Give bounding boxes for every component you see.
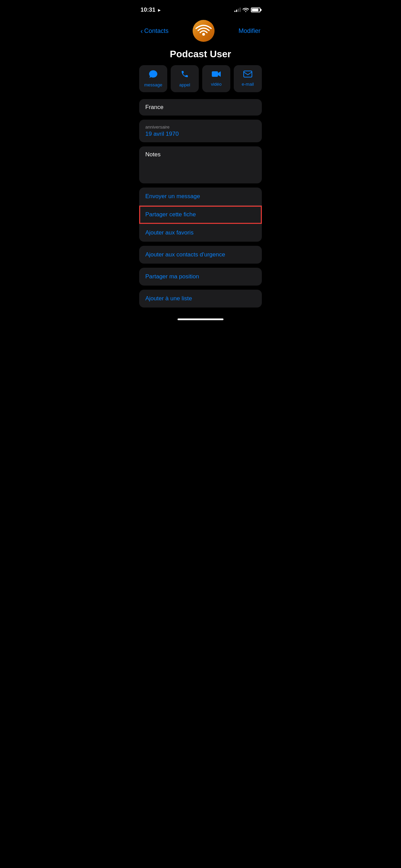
- home-indicator: [134, 312, 267, 323]
- notes-section: Notes: [139, 146, 262, 183]
- ajouter-favoris-label: Ajouter aux favoris: [145, 229, 194, 236]
- time-display: 10:31: [141, 7, 155, 13]
- battery-icon: [251, 8, 260, 12]
- modifier-button[interactable]: Modifier: [239, 27, 260, 35]
- home-bar: [178, 318, 223, 320]
- envoyer-message-label: Envoyer un message: [145, 193, 200, 200]
- signal-bars: [234, 8, 241, 12]
- video-icon: [211, 71, 221, 80]
- podcast-svg-icon: [195, 22, 212, 39]
- svg-rect-3: [244, 71, 252, 77]
- status-icons: [234, 7, 260, 13]
- notes-content: [145, 158, 256, 179]
- email-icon: [243, 71, 252, 80]
- svg-rect-2: [212, 71, 218, 77]
- nav-center: [193, 20, 215, 42]
- country-section: France: [139, 99, 262, 116]
- back-label: Contacts: [144, 27, 169, 35]
- birthday-value: 19 avril 1970: [145, 131, 256, 137]
- nav-bar: ‹ Contacts Modifier: [134, 17, 267, 46]
- birthday-item: anniversaire 19 avril 1970: [139, 120, 262, 142]
- video-label: vidéo: [211, 82, 221, 87]
- notes-item: Notes: [139, 146, 262, 183]
- partager-fiche-label: Partager cette fiche: [145, 211, 196, 218]
- signal-bar-4: [240, 8, 241, 12]
- email-label: e-mail: [242, 82, 254, 87]
- message-button[interactable]: message: [139, 65, 167, 92]
- action-buttons-row: message appel vidéo e-mail: [134, 65, 267, 99]
- status-time: 10:31 ►: [141, 7, 161, 13]
- position-label: Partager ma position: [145, 273, 199, 280]
- appel-label: appel: [179, 82, 190, 87]
- position-button[interactable]: Partager ma position: [139, 268, 262, 286]
- message-icon: [149, 70, 158, 80]
- avatar: [193, 20, 215, 42]
- notes-label: Notes: [145, 151, 256, 158]
- appel-button[interactable]: appel: [171, 65, 199, 92]
- envoyer-message-button[interactable]: Envoyer un message: [139, 188, 262, 206]
- signal-bar-2: [236, 10, 237, 12]
- signal-bar-3: [238, 9, 239, 12]
- contact-name: Podcast User: [134, 46, 267, 65]
- svg-point-1: [202, 33, 205, 36]
- location-icon: ►: [157, 8, 161, 13]
- signal-bar-1: [234, 11, 235, 12]
- urgence-button[interactable]: Ajouter aux contacts d'urgence: [139, 246, 262, 264]
- country-value: France: [145, 104, 256, 111]
- wifi-icon: [243, 7, 249, 13]
- status-bar: 10:31 ►: [134, 0, 267, 17]
- birthday-label: anniversaire: [145, 124, 256, 130]
- contact-action-list: Envoyer un message Partager cette fiche …: [139, 188, 262, 242]
- country-item: France: [139, 99, 262, 116]
- video-button[interactable]: vidéo: [202, 65, 230, 92]
- liste-label: Ajouter à une liste: [145, 295, 192, 302]
- liste-button[interactable]: Ajouter à une liste: [139, 290, 262, 308]
- ajouter-favoris-button[interactable]: Ajouter aux favoris: [139, 224, 262, 242]
- back-chevron-icon: ‹: [141, 27, 143, 35]
- partager-fiche-button[interactable]: Partager cette fiche: [139, 206, 262, 224]
- modifier-label: Modifier: [239, 27, 260, 34]
- message-label: message: [144, 82, 162, 87]
- battery-fill: [252, 9, 258, 11]
- email-button[interactable]: e-mail: [234, 65, 262, 92]
- phone-icon: [181, 70, 189, 80]
- birthday-section: anniversaire 19 avril 1970: [139, 120, 262, 142]
- urgence-label: Ajouter aux contacts d'urgence: [145, 251, 225, 258]
- back-button[interactable]: ‹ Contacts: [141, 27, 169, 35]
